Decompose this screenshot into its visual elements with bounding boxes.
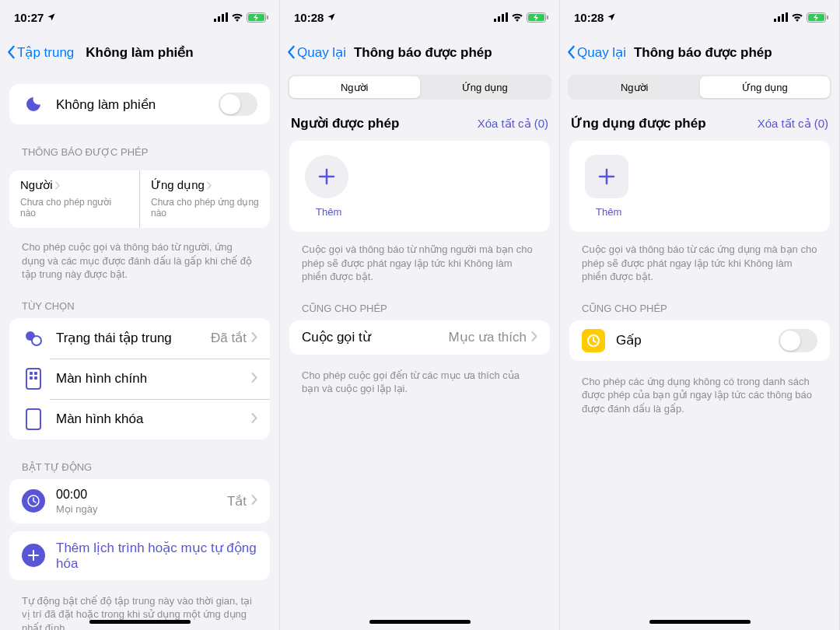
svg-rect-13 [34, 376, 37, 380]
dnd-label: Không làm phiền [56, 96, 219, 113]
svg-rect-24 [778, 16, 780, 22]
focus-status-row[interactable]: Trạng thái tập trung Đã tắt [9, 318, 270, 359]
page-title: Thông báo được phép [634, 44, 772, 61]
segment-people[interactable]: Người [569, 76, 700, 98]
schedule-detail: Tắt [227, 493, 247, 509]
add-people-card: Thêm [289, 141, 550, 232]
segmented-control[interactable]: Người Ứng dụng [288, 75, 551, 100]
chevron-right-icon [54, 181, 60, 190]
calls-from-row[interactable]: Cuộc gọi từ Mục ưa thích [289, 320, 550, 355]
dnd-toggle[interactable] [219, 93, 257, 116]
segment-people[interactable]: Người [289, 76, 420, 98]
location-icon [47, 11, 56, 24]
back-label: Quay lại [297, 44, 346, 61]
svg-rect-19 [506, 12, 508, 22]
add-schedule-row[interactable]: Thêm lịch trình hoặc mục tự động hóa [9, 531, 270, 580]
status-bar: 10:28 [280, 0, 559, 34]
svg-rect-16 [494, 19, 496, 22]
home-screen-label: Màn hình chính [56, 371, 247, 387]
back-button[interactable]: Quay lại [286, 44, 346, 61]
back-label: Tập trung [17, 44, 74, 61]
dnd-toggle-row[interactable]: Không làm phiền [9, 84, 270, 124]
screen-allowed-apps: 10:28 Quay lại Thông báo được phép Người… [560, 0, 840, 630]
focus-status-icon [22, 327, 45, 350]
options-card: Trạng thái tập trung Đã tắt Màn hình chí… [9, 318, 270, 439]
add-button[interactable] [305, 155, 348, 198]
svg-rect-17 [498, 16, 500, 22]
allowed-footer: Cho phép cuộc gọi và thông báo từ người,… [0, 234, 279, 286]
home-indicator[interactable] [649, 620, 751, 624]
urgent-footer: Cho phép các ứng dụng không có trong dan… [560, 369, 839, 421]
screen-allowed-people: 10:28 Quay lại Thông báo được phép Người… [280, 0, 560, 630]
home-indicator[interactable] [89, 620, 191, 624]
section-header: Người được phép Xóa tất cả (0) [280, 107, 559, 141]
segment-apps[interactable]: Ứng dụng [420, 76, 551, 98]
home-screen-row[interactable]: Màn hình chính [9, 359, 270, 399]
svg-rect-22 [547, 16, 548, 19]
people-sub: Chưa cho phép người nào [20, 197, 128, 219]
signal-icon [494, 11, 508, 24]
segmented-control[interactable]: Người Ứng dụng [568, 75, 831, 100]
nav-bar: Tập trung Không làm phiền [0, 34, 279, 70]
battery-icon [247, 12, 268, 23]
home-indicator[interactable] [369, 620, 471, 624]
also-allow-header: CŨNG CHO PHÉP [280, 289, 559, 320]
urgent-row[interactable]: Gấp [569, 320, 830, 361]
add-apps-card: Thêm [569, 141, 830, 232]
battery-icon [807, 12, 828, 23]
svg-rect-23 [774, 19, 776, 22]
clear-all-button[interactable]: Xóa tất cả (0) [478, 117, 548, 131]
svg-rect-11 [34, 372, 37, 375]
svg-rect-2 [222, 14, 224, 22]
lock-screen-row[interactable]: Màn hình khóa [9, 399, 270, 439]
chevron-right-icon [251, 331, 257, 345]
people-cell[interactable]: Người Chưa cho phép người nào [9, 170, 140, 228]
scroll-area[interactable]: Không làm phiền THÔNG BÁO ĐƯỢC PHÉP Ngườ… [0, 70, 279, 630]
status-time: 10:27 [14, 11, 44, 24]
scroll-area[interactable]: Ứng dụng được phép Xóa tất cả (0) Thêm C… [560, 107, 839, 630]
svg-rect-29 [827, 16, 828, 19]
lock-screen-label: Màn hình khóa [56, 411, 247, 427]
nav-bar: Quay lại Thông báo được phép [280, 34, 559, 70]
wifi-icon [231, 11, 243, 24]
urgent-toggle[interactable] [779, 329, 817, 352]
wifi-icon [511, 11, 523, 24]
scroll-area[interactable]: Người được phép Xóa tất cả (0) Thêm Cuộc… [280, 107, 559, 630]
screen-dnd-main: 10:27 Tập trung Không làm phiền Không là… [0, 0, 280, 630]
allowed-card: Người Chưa cho phép người nào Ứng dụng C… [9, 170, 270, 228]
schedule-sub: Mọi ngày [56, 503, 227, 515]
add-schedule-card: Thêm lịch trình hoặc mục tự động hóa [9, 531, 270, 580]
urgent-icon [582, 329, 605, 352]
dnd-toggle-card: Không làm phiền [9, 84, 270, 124]
lock-screen-icon [22, 408, 45, 431]
apps-cell[interactable]: Ứng dụng Chưa cho phép ứng dụng nào [140, 170, 270, 228]
options-header: TÙY CHỌN [0, 286, 279, 318]
apps-sub: Chưa cho phép ứng dụng nào [151, 197, 259, 219]
clock-icon [22, 489, 45, 513]
also-allow-header: CŨNG CHO PHÉP [560, 289, 839, 320]
svg-rect-12 [30, 376, 33, 380]
page-title: Thông báo được phép [354, 44, 492, 61]
back-button[interactable]: Tập trung [6, 44, 74, 61]
focus-status-label: Trạng thái tập trung [56, 330, 211, 346]
chevron-right-icon [251, 494, 257, 508]
add-label: Thêm [596, 206, 814, 218]
segment-apps[interactable]: Ứng dụng [700, 76, 831, 98]
schedule-row[interactable]: 00:00 Mọi ngày Tắt [9, 479, 270, 523]
back-label: Quay lại [577, 44, 626, 61]
status-bar: 10:28 [560, 0, 839, 34]
svg-rect-6 [267, 16, 268, 19]
back-button[interactable]: Quay lại [566, 44, 626, 61]
clear-all-button[interactable]: Xóa tất cả (0) [758, 117, 828, 131]
add-button[interactable] [585, 155, 628, 198]
plus-icon [22, 544, 45, 567]
signal-icon [774, 11, 788, 24]
allowed-header: THÔNG BÁO ĐƯỢC PHÉP [0, 132, 279, 164]
page-title: Không làm phiền [86, 44, 193, 61]
calls-from-label: Cuộc gọi từ [302, 329, 449, 345]
status-time: 10:28 [294, 11, 324, 24]
svg-rect-26 [786, 12, 788, 22]
svg-point-8 [32, 336, 41, 345]
calls-footer: Cho phép cuộc gọi đến từ các mục ưa thíc… [280, 362, 559, 401]
wifi-icon [791, 11, 803, 24]
